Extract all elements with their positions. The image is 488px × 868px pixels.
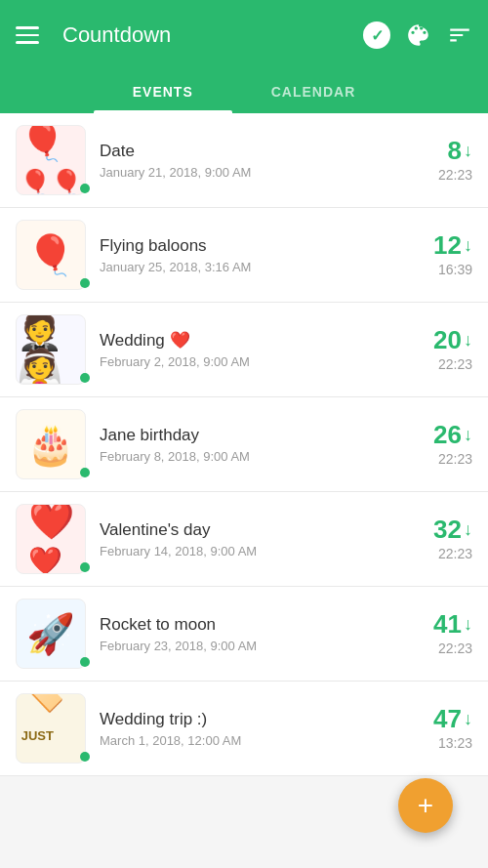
event-countdown: 20↓ 22:23 [433, 327, 472, 372]
sort-icon [447, 22, 472, 48]
event-name: Wedding ❤️ [100, 330, 433, 351]
event-name: Valentine's day [100, 520, 433, 540]
event-countdown: 8↓ 22:23 [438, 138, 472, 183]
event-thumbnail: 🎈 [16, 220, 86, 290]
list-item[interactable]: 🏷️JUSTMARRIED Wedding trip :) March 1, 2… [0, 682, 488, 776]
event-name: Flying baloons [100, 236, 433, 256]
list-item[interactable]: ❤️❤️ Valentine's day February 14, 2018, … [0, 492, 488, 587]
app-header: Countdown [0, 0, 488, 70]
header-actions [363, 21, 472, 49]
tab-bar: EVENTS CALENDAR [0, 70, 488, 113]
down-arrow-icon: ↓ [464, 331, 472, 349]
event-days: 41↓ [433, 611, 472, 637]
check-circle-icon [363, 21, 390, 49]
event-countdown: 47↓ 13:23 [433, 706, 472, 751]
check-circle-button[interactable] [363, 21, 390, 49]
event-thumbnail: 🎂 [16, 409, 86, 479]
down-arrow-icon: ↓ [464, 426, 472, 443]
list-item[interactable]: 🎈🎈🎈 Date January 21, 2018, 9:00 AM 8↓ 22… [0, 113, 488, 208]
down-arrow-icon: ↓ [464, 236, 472, 254]
event-days: 20↓ [433, 327, 472, 352]
event-days: 8↓ [448, 138, 472, 163]
event-countdown: 41↓ 22:23 [433, 611, 472, 656]
event-info: Valentine's day February 14, 2018, 9:00 … [100, 520, 433, 558]
event-days: 32↓ [433, 517, 472, 542]
sort-button[interactable] [447, 22, 472, 48]
add-event-fab[interactable]: + [398, 778, 453, 833]
event-countdown: 26↓ 22:23 [433, 422, 472, 467]
event-info: Flying baloons January 25, 2018, 3:16 AM [100, 236, 433, 274]
down-arrow-icon: ↓ [464, 710, 472, 727]
event-date: February 14, 2018, 9:00 AM [100, 544, 433, 558]
event-name: Wedding trip :) [100, 710, 433, 729]
event-name: Jane birthday [100, 426, 433, 445]
list-item[interactable]: 🤵👰 Wedding ❤️ February 2, 2018, 9:00 AM … [0, 303, 488, 397]
events-list: 🎈🎈🎈 Date January 21, 2018, 9:00 AM 8↓ 22… [0, 113, 488, 776]
event-info: Date January 21, 2018, 9:00 AM [100, 142, 438, 180]
list-item[interactable]: 🎈 Flying baloons January 25, 2018, 3:16 … [0, 208, 488, 303]
event-thumbnail: ❤️❤️ [16, 504, 86, 574]
event-days: 12↓ [433, 232, 472, 258]
down-arrow-icon: ↓ [464, 615, 472, 633]
event-info: Wedding trip :) March 1, 2018, 12:00 AM [100, 710, 433, 748]
event-time: 22:23 [438, 546, 472, 561]
event-time: 22:23 [438, 356, 472, 372]
event-date: February 8, 2018, 9:00 AM [100, 449, 433, 464]
list-item[interactable]: 🚀 Rocket to moon February 23, 2018, 9:00… [0, 587, 488, 682]
event-date: February 23, 2018, 9:00 AM [100, 639, 433, 653]
event-dot [80, 373, 90, 383]
event-thumbnail: 🏷️JUSTMARRIED [16, 693, 86, 764]
app-title: Countdown [62, 22, 363, 48]
add-icon: + [418, 790, 433, 821]
event-dot [80, 278, 90, 288]
event-info: Rocket to moon February 23, 2018, 9:00 A… [100, 615, 433, 653]
event-date: January 25, 2018, 3:16 AM [100, 260, 433, 274]
event-time: 22:23 [438, 167, 472, 183]
down-arrow-icon: ↓ [464, 142, 472, 159]
down-arrow-icon: ↓ [464, 520, 472, 538]
event-dot [80, 562, 90, 572]
palette-icon [406, 22, 431, 48]
event-date: February 2, 2018, 9:00 AM [100, 354, 433, 369]
list-item[interactable]: 🎂 Jane birthday February 8, 2018, 9:00 A… [0, 397, 488, 492]
event-countdown: 32↓ 22:23 [433, 517, 472, 561]
event-time: 22:23 [438, 451, 472, 467]
event-name: Date [100, 142, 438, 161]
tab-events[interactable]: EVENTS [94, 70, 232, 113]
event-info: Wedding ❤️ February 2, 2018, 9:00 AM [100, 330, 433, 369]
event-days: 47↓ [433, 706, 472, 731]
tab-calendar[interactable]: CALENDAR [232, 70, 395, 113]
event-time: 13:23 [438, 735, 472, 751]
event-dot [80, 184, 90, 193]
event-time: 22:23 [438, 641, 472, 656]
event-date: January 21, 2018, 9:00 AM [100, 165, 438, 180]
event-thumbnail: 🎈🎈🎈 [16, 125, 86, 195]
event-dot [80, 657, 90, 667]
event-info: Jane birthday February 8, 2018, 9:00 AM [100, 426, 433, 464]
event-days: 26↓ [433, 422, 472, 447]
event-time: 16:39 [438, 262, 472, 277]
event-date: March 1, 2018, 12:00 AM [100, 733, 433, 748]
event-dot [80, 468, 90, 477]
menu-button[interactable] [16, 26, 47, 44]
event-thumbnail: 🚀 [16, 599, 86, 669]
event-countdown: 12↓ 16:39 [433, 232, 472, 277]
event-thumbnail: 🤵👰 [16, 314, 86, 385]
event-dot [80, 752, 90, 762]
palette-button[interactable] [406, 22, 431, 48]
event-name: Rocket to moon [100, 615, 433, 635]
